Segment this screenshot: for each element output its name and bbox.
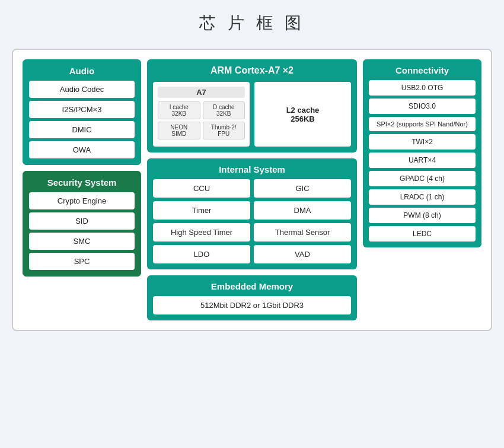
internal-title: Internal System bbox=[153, 164, 351, 174]
audio-dmic: DMIC bbox=[29, 121, 135, 138]
left-column: Audio Audio Codec I2S/PCM×3 DMIC OWA Sec… bbox=[23, 59, 141, 320]
conn-pwm: PWM (8 ch) bbox=[369, 208, 476, 223]
internal-ldo: LDO bbox=[153, 245, 250, 263]
audio-section: Audio Audio Codec I2S/PCM×3 DMIC OWA bbox=[23, 59, 141, 165]
chip-diagram-inner: Audio Audio Codec I2S/PCM×3 DMIC OWA Sec… bbox=[12, 49, 492, 331]
middle-column: ARM Cortex-A7 ×2 A7 I cache32KB D cache3… bbox=[147, 59, 357, 320]
internal-timer: Timer bbox=[153, 201, 250, 220]
internal-gic: GIC bbox=[254, 179, 351, 198]
a7-caches: I cache32KB D cache32KB NEONSIMD Thumb-2… bbox=[158, 101, 245, 139]
neon-cell: NEONSIMD bbox=[158, 122, 200, 139]
l2-cache-box: L2 cache256KB bbox=[254, 82, 351, 147]
conn-uart: UART×4 bbox=[369, 152, 476, 168]
security-smc: SMC bbox=[29, 233, 135, 250]
embedded-item: 512Mbit DDR2 or 1Gbit DDR3 bbox=[153, 296, 351, 314]
internal-grid: CCU GIC Timer DMA High Speed Timer Therm… bbox=[153, 179, 351, 263]
page-title: 芯 片 框 图 bbox=[199, 12, 304, 34]
audio-codec: Audio Codec bbox=[29, 81, 135, 98]
thumb-cell: Thumb-2/FPU bbox=[203, 122, 245, 139]
conn-sdio: SDIO3.0 bbox=[369, 99, 476, 114]
internal-section: Internal System CCU GIC Timer DMA High S… bbox=[147, 158, 357, 269]
chip-diagram: Audio Audio Codec I2S/PCM×3 DMIC OWA Sec… bbox=[12, 49, 492, 331]
internal-dma: DMA bbox=[254, 201, 351, 220]
embedded-title: Embedded Memory bbox=[153, 281, 351, 291]
security-sid: SID bbox=[29, 212, 135, 230]
connectivity-section: Connectivity USB2.0 OTG SDIO3.0 SPI×2 (s… bbox=[363, 59, 481, 247]
security-title: Security System bbox=[29, 177, 135, 188]
audio-title: Audio bbox=[29, 66, 135, 76]
conn-gpadc: GPADC (4 ch) bbox=[369, 171, 476, 186]
dcache-cell: D cache32KB bbox=[203, 101, 245, 119]
conn-ledc: LEDC bbox=[369, 226, 476, 242]
internal-thermal-sensor: Thermal Sensor bbox=[254, 223, 351, 242]
arm-cores: A7 I cache32KB D cache32KB NEONSIMD Thum… bbox=[153, 82, 351, 147]
internal-ccu: CCU bbox=[153, 179, 250, 198]
security-crypto: Crypto Engine bbox=[29, 192, 135, 209]
audio-owa: OWA bbox=[29, 141, 135, 158]
right-column: Connectivity USB2.0 OTG SDIO3.0 SPI×2 (s… bbox=[363, 59, 481, 320]
embedded-section: Embedded Memory 512Mbit DDR2 or 1Gbit DD… bbox=[147, 275, 357, 320]
conn-lradc: LRADC (1 ch) bbox=[369, 189, 476, 205]
conn-spi: SPI×2 (supports SPI Nand/Nor) bbox=[369, 117, 476, 131]
a7-label: A7 bbox=[158, 87, 245, 98]
icache-cell: I cache32KB bbox=[158, 101, 200, 119]
connectivity-title: Connectivity bbox=[369, 65, 476, 75]
security-section: Security System Crypto Engine SID SMC SP… bbox=[23, 171, 141, 277]
conn-usb: USB2.0 OTG bbox=[369, 80, 476, 96]
audio-i2s: I2S/PCM×3 bbox=[29, 101, 135, 118]
arm-section: ARM Cortex-A7 ×2 A7 I cache32KB D cache3… bbox=[147, 59, 357, 152]
security-spc: SPC bbox=[29, 253, 135, 270]
a7-box: A7 I cache32KB D cache32KB NEONSIMD Thum… bbox=[153, 82, 250, 147]
internal-high-speed-timer: High Speed Timer bbox=[153, 223, 250, 242]
arm-title: ARM Cortex-A7 ×2 bbox=[153, 65, 351, 76]
conn-twi: TWI×2 bbox=[369, 134, 476, 150]
internal-vad: VAD bbox=[254, 245, 351, 263]
